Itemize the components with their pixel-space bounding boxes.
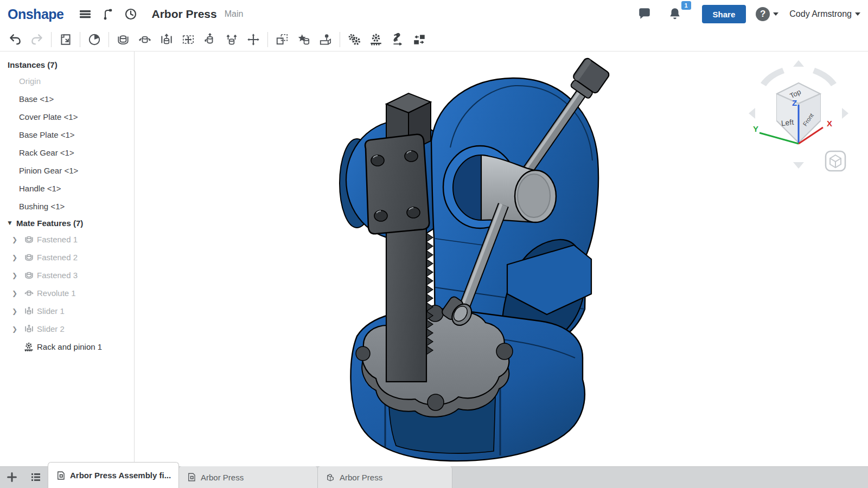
onshape-logo[interactable]: Onshape: [8, 7, 63, 22]
chevron-right-icon[interactable]: ❯: [12, 272, 21, 279]
user-caret-icon: [855, 12, 860, 16]
axis-y-label: Y: [753, 124, 758, 133]
undo-button[interactable]: [4, 30, 26, 49]
mate-features-header[interactable]: ▼ Mate Features (7): [0, 215, 134, 230]
group-button[interactable]: [271, 30, 293, 49]
named-positions-button[interactable]: [293, 30, 315, 49]
chevron-right-icon[interactable]: ❯: [12, 236, 21, 243]
instance-bushing[interactable]: Bushing <1>: [0, 197, 134, 215]
slider-mate-icon: [23, 305, 35, 317]
pie-icon: [87, 33, 101, 47]
toolbar-divider: [51, 32, 52, 47]
toolbar-divider: [80, 32, 80, 47]
workspace-name[interactable]: Main: [225, 9, 244, 19]
help-icon: ?: [756, 7, 770, 21]
help-caret-icon: [773, 12, 778, 16]
mate-slider-2[interactable]: ❯ Slider 2: [0, 320, 134, 338]
notification-badge: 1: [681, 1, 691, 10]
user-menu[interactable]: Cody Armstrong: [789, 9, 860, 19]
clock-icon: [124, 8, 137, 21]
instance-handle[interactable]: Handle <1>: [0, 179, 134, 197]
plus-icon: [6, 471, 18, 483]
gear-relation-button[interactable]: [343, 30, 365, 49]
assembly-tree-panel: Instances (7) Origin Base <1> Cover Plat…: [0, 52, 135, 466]
rack-and-pinion-relation-button[interactable]: [365, 30, 387, 49]
chevron-down-icon[interactable]: ▼: [7, 219, 13, 227]
chat-icon: [637, 7, 652, 21]
tab-arbor-press-assembly-2[interactable]: Arbor Press: [179, 466, 318, 488]
graphics-viewport[interactable]: Top Left Front X Y Z: [135, 52, 868, 466]
slider-mate-icon: [23, 323, 35, 335]
versions-button[interactable]: [98, 4, 118, 24]
group-icon: [275, 33, 289, 47]
assembly-tab-icon: [56, 471, 66, 480]
snap-mode-button[interactable]: [315, 30, 336, 49]
cylindrical-mate-icon: [203, 33, 217, 47]
pin-slot-mate-button[interactable]: [221, 30, 242, 49]
main-menu-button[interactable]: [75, 4, 95, 24]
fastened-mate-icon: [23, 234, 35, 246]
named-positions-icon: [297, 33, 311, 47]
view-cube[interactable]: Top Left Front X Y Z: [744, 56, 853, 175]
tab-list-button[interactable]: [24, 466, 48, 488]
document-tab-bar: Arbor Press Assembly fi... Arbor Press A…: [0, 466, 868, 488]
mate-fastened-2[interactable]: ❯ Fastened 2: [0, 248, 134, 266]
notifications-button[interactable]: 1: [665, 4, 685, 24]
planar-mate-icon: [181, 33, 195, 47]
chevron-right-icon[interactable]: ❯: [12, 325, 21, 333]
instance-base-plate[interactable]: Base Plate <1>: [0, 126, 134, 144]
linear-relation-button[interactable]: [409, 30, 430, 49]
linear-relation-icon: [412, 33, 426, 47]
instance-pinion-gear[interactable]: Pinion Gear <1>: [0, 162, 134, 179]
screw-relation-button[interactable]: [387, 30, 409, 49]
share-button[interactable]: Share: [702, 5, 746, 23]
instances-header: Instances (7): [0, 57, 134, 72]
revolute-mate-button[interactable]: [134, 30, 156, 49]
undo-icon: [8, 33, 22, 47]
onshape-app: Onshape Arbor Press Main: [0, 0, 868, 488]
cylindrical-mate-button[interactable]: [199, 30, 221, 49]
user-name: Cody Armstrong: [789, 9, 852, 19]
chevron-right-icon[interactable]: ❯: [12, 254, 21, 261]
history-button[interactable]: [121, 4, 141, 24]
instance-origin[interactable]: Origin: [0, 72, 134, 90]
slider-mate-icon: [159, 33, 174, 47]
document-title: Arbor Press: [151, 8, 216, 21]
mate-fastened-3[interactable]: ❯ Fastened 3: [0, 266, 134, 284]
add-tab-button[interactable]: [0, 466, 24, 488]
branch-icon: [101, 8, 114, 21]
toolbar-divider: [267, 32, 268, 47]
tab-arbor-press-assembly[interactable]: Arbor Press Assembly fi...: [48, 462, 179, 488]
instance-rack-gear[interactable]: Rack Gear <1>: [0, 144, 134, 162]
axis-z-label: Z: [792, 98, 797, 107]
list-icon: [29, 471, 42, 484]
chevron-right-icon[interactable]: ❯: [12, 290, 21, 297]
view-cube-face-left[interactable]: Left: [781, 118, 794, 127]
isometric-view-button[interactable]: [826, 151, 845, 171]
insert-icon: [59, 33, 73, 47]
header: Onshape Arbor Press Main: [0, 0, 868, 28]
chevron-right-icon[interactable]: ❯: [12, 307, 21, 315]
planar-mate-button[interactable]: [177, 30, 199, 49]
mate-slider-1[interactable]: ❯ Slider 1: [0, 302, 134, 320]
tab-arbor-press-partstudio[interactable]: Arbor Press: [318, 466, 452, 488]
instance-base[interactable]: Base <1>: [0, 90, 134, 108]
slider-mate-button[interactable]: [156, 30, 177, 49]
assembly-toolbar: [0, 28, 868, 52]
snap-mode-icon: [318, 33, 333, 47]
fastened-mate-button[interactable]: [112, 30, 134, 49]
arbor-press-model[interactable]: [320, 54, 624, 466]
mate-fastened-1[interactable]: ❯ Fastened 1: [0, 230, 134, 248]
rack-and-pinion-relation-icon: [23, 341, 35, 353]
help-menu[interactable]: ?: [756, 7, 778, 21]
redo-icon: [30, 33, 44, 47]
pie-button[interactable]: [84, 30, 105, 49]
mate-rack-and-pinion-1[interactable]: Rack and pinion 1: [0, 338, 134, 356]
instance-cover-plate[interactable]: Cover Plate <1>: [0, 108, 134, 126]
insert-button[interactable]: [55, 30, 76, 49]
mate-connector-button[interactable]: [242, 30, 264, 49]
redo-button[interactable]: [26, 30, 48, 49]
mate-revolute-1[interactable]: ❯ Revolute 1: [0, 284, 134, 302]
comments-button[interactable]: [635, 4, 654, 24]
gear-relation-icon: [347, 33, 361, 47]
